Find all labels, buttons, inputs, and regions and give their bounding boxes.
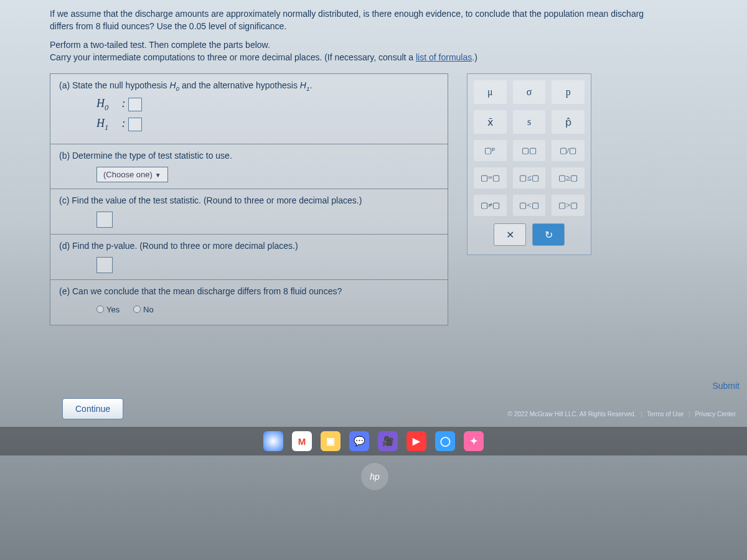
prompt-line2: differs from 8 fluid ounces? Use the 0.0… bbox=[50, 21, 286, 31]
hp-logo-icon: hp bbox=[361, 463, 388, 490]
answer-panel: (a) State the null hypothesis H0 and the… bbox=[50, 73, 448, 325]
sym-phat[interactable]: p̂ bbox=[552, 110, 585, 134]
taskbar-video-icon[interactable]: 🎥 bbox=[378, 431, 398, 451]
prompt-line3: Perform a two-tailed test. Then complete… bbox=[50, 40, 270, 50]
sym-lt[interactable]: ▢<▢ bbox=[513, 195, 546, 216]
h0-input[interactable] bbox=[128, 98, 142, 111]
palette-clear-button[interactable]: ✕ bbox=[494, 223, 526, 246]
footer-legal: © 2022 McGraw Hill LLC. All Rights Reser… bbox=[508, 411, 736, 418]
taskbar-chat-icon[interactable]: 💬 bbox=[349, 431, 369, 451]
sym-ne[interactable]: ▢≠▢ bbox=[474, 195, 507, 216]
sym-fraction[interactable]: ▢/▢ bbox=[552, 140, 585, 161]
symbol-palette: μ σ p x̄ s p̂ ▢ᵖ ▢▢ ▢/▢ ▢=▢ ▢≤▢ ▢≥▢ ▢≠▢ … bbox=[467, 73, 591, 255]
terms-link[interactable]: Terms of Use bbox=[647, 411, 684, 418]
test-statistic-input[interactable] bbox=[96, 212, 113, 228]
reset-icon: ↻ bbox=[545, 229, 553, 241]
formulas-link[interactable]: list of formulas bbox=[416, 52, 472, 62]
continue-button[interactable]: Continue bbox=[62, 398, 123, 419]
taskbar-gmail-icon[interactable]: M bbox=[292, 431, 312, 451]
taskbar-app2-icon[interactable]: ✦ bbox=[464, 431, 484, 451]
part-d: (d) Find the p-value. (Round to three or… bbox=[50, 235, 448, 280]
radio-no[interactable]: No bbox=[133, 305, 154, 314]
sym-p[interactable]: p bbox=[552, 80, 585, 104]
privacy-link[interactable]: Privacy Center bbox=[695, 411, 736, 418]
h1-input[interactable] bbox=[128, 118, 142, 131]
sym-s[interactable]: s bbox=[513, 110, 546, 134]
part-c: (c) Find the value of the test statistic… bbox=[50, 189, 448, 235]
taskbar-app1-icon[interactable]: ◯ bbox=[435, 431, 455, 451]
part-a: (a) State the null hypothesis H0 and the… bbox=[50, 74, 448, 144]
chevron-down-icon: ▼ bbox=[155, 172, 161, 179]
p-value-input[interactable] bbox=[96, 257, 113, 273]
sym-gt[interactable]: ▢>▢ bbox=[552, 195, 585, 216]
sym-xbar[interactable]: x̄ bbox=[474, 110, 507, 134]
sym-mu[interactable]: μ bbox=[474, 80, 507, 104]
submit-button[interactable]: Submit bbox=[712, 381, 740, 391]
os-taskbar: M ▣ 💬 🎥 ▶ ◯ ✦ bbox=[0, 427, 747, 455]
taskbar-youtube-icon[interactable]: ▶ bbox=[406, 431, 426, 451]
close-icon: ✕ bbox=[506, 229, 514, 241]
sym-ge[interactable]: ▢≥▢ bbox=[552, 167, 585, 189]
prompt-line4-pre: Carry your intermediate computations to … bbox=[50, 52, 416, 62]
sym-le[interactable]: ▢≤▢ bbox=[513, 167, 546, 189]
prompt-line1: If we assume that the discharge amounts … bbox=[50, 9, 644, 19]
prompt-line4-post: .) bbox=[472, 52, 477, 62]
taskbar-chrome-icon[interactable] bbox=[263, 431, 283, 451]
sym-power[interactable]: ▢ᵖ bbox=[474, 140, 507, 161]
test-statistic-dropdown[interactable]: (Choose one)▼ bbox=[96, 167, 168, 182]
sym-eq[interactable]: ▢=▢ bbox=[474, 167, 507, 189]
sym-sigma[interactable]: σ bbox=[513, 80, 546, 104]
h0-row: H0 : bbox=[96, 97, 439, 113]
taskbar-files-icon[interactable]: ▣ bbox=[321, 431, 341, 451]
radio-yes[interactable]: Yes bbox=[96, 305, 120, 314]
palette-reset-button[interactable]: ↻ bbox=[532, 223, 565, 246]
h1-row: H1 : bbox=[96, 117, 439, 133]
part-b: (b) Determine the type of test statistic… bbox=[50, 144, 448, 189]
problem-prompt: If we assume that the discharge amounts … bbox=[50, 9, 728, 62]
part-e: (e) Can we conclude that the mean discha… bbox=[50, 280, 448, 325]
sym-subscript[interactable]: ▢▢ bbox=[513, 140, 546, 161]
